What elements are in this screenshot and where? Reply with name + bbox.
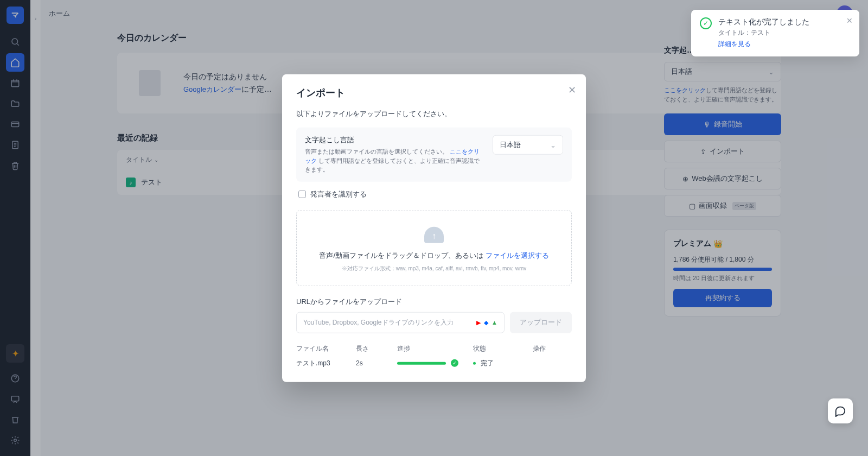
chat-icon xyxy=(834,405,846,417)
success-check-icon: ✓ xyxy=(700,17,712,29)
progress-bar xyxy=(397,362,446,365)
modal-title: インポート xyxy=(296,86,572,99)
drop-text-prefix: 音声/動画ファイルをドラッグ＆ドロップ、あるいは xyxy=(319,251,485,259)
import-modal: ✕ インポート 以下よりファイルをアップロードしてください。 文字起こし言語 音… xyxy=(282,74,586,382)
checkbox-icon[interactable] xyxy=(298,190,306,198)
modal-language-select[interactable]: 日本語 ⌄ xyxy=(493,135,563,155)
chat-fab[interactable] xyxy=(828,398,853,423)
url-placeholder: YouTube, Dropbox, Googleドライブのリンクを入力 xyxy=(303,318,454,327)
toast-details-link[interactable]: 詳細を見る xyxy=(718,40,809,49)
modal-subtitle: 以下よりファイルをアップロードしてください。 xyxy=(296,109,572,119)
status-dot-icon xyxy=(473,362,476,365)
chevron-down-icon: ⌄ xyxy=(550,141,556,149)
googledrive-icon: ▲ xyxy=(492,319,497,326)
toast-title: テキスト化が完了しました xyxy=(718,17,809,27)
url-input[interactable]: YouTube, Dropbox, Googleドライブのリンクを入力 ▶ ◆ … xyxy=(296,312,505,333)
language-box: 文字起こし言語 音声または動画ファイルの言語を選択してください。 ここをクリック… xyxy=(296,128,572,182)
select-file-link[interactable]: ファイルを選択する xyxy=(486,251,549,259)
dropbox-icon: ◆ xyxy=(484,319,488,326)
file-length: 2s xyxy=(356,359,397,367)
file-state: 完了 xyxy=(481,359,494,366)
language-label: 文字起こし言語 xyxy=(305,135,485,145)
speaker-id-checkbox-row[interactable]: 発言者を識別する xyxy=(296,189,572,199)
language-desc-prefix: 音声または動画ファイルの言語を選択してください。 xyxy=(305,148,448,155)
file-name: テスト.mp3 xyxy=(296,358,356,368)
check-icon: ✓ xyxy=(451,359,458,367)
file-row: テスト.mp3 2s ✓ 完了 xyxy=(296,358,572,368)
checkbox-label: 発言者を識別する xyxy=(310,189,367,199)
close-icon[interactable]: ✕ xyxy=(568,84,576,96)
file-dropzone[interactable]: 音声/動画ファイルをドラッグ＆ドロップ、あるいは ファイルを選択する ※対応ファ… xyxy=(296,210,572,286)
completion-toast: ✓ テキスト化が完了しました タイトル：テスト 詳細を見る ✕ xyxy=(691,10,859,56)
toast-subtitle: タイトル：テスト xyxy=(718,28,809,37)
youtube-icon: ▶ xyxy=(476,319,481,326)
upload-button[interactable]: アップロード xyxy=(510,312,572,333)
cloud-upload-icon xyxy=(424,226,444,243)
modal-language-value: 日本語 xyxy=(500,140,521,150)
supported-formats: ※対応ファイル形式：wav, mp3, m4a, caf, aiff, avi,… xyxy=(308,264,560,272)
close-icon[interactable]: ✕ xyxy=(846,16,853,25)
file-table-header: ファイル名 長さ 進捗 状態 操作 xyxy=(296,344,572,353)
language-desc-suffix: して専門用語などを登録しておくと、より正確に音声認識できます。 xyxy=(305,157,480,173)
url-upload-label: URLからファイルをアップロード xyxy=(296,296,572,306)
